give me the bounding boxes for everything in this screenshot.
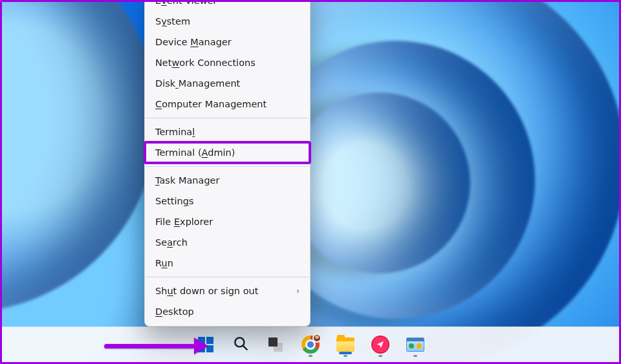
ctx-item-label: Shut down or sign out <box>155 286 258 296</box>
ctx-item-label: Device Manager <box>155 37 232 47</box>
file-explorer-button[interactable] <box>332 331 359 358</box>
ctx-item-terminal[interactable]: Terminal <box>145 122 310 142</box>
ctx-item-label: Network Connections <box>155 58 256 68</box>
menu-separator <box>146 118 309 118</box>
taskbar <box>2 327 619 362</box>
search-icon <box>232 335 249 354</box>
ctx-item-shut-down-or-sign-out[interactable]: Shut down or sign out› <box>145 281 310 301</box>
active-indicator <box>378 355 382 357</box>
control-panel-icon <box>406 337 424 352</box>
ctx-item-label: File Explorer <box>155 217 213 227</box>
menu-separator <box>146 277 309 277</box>
search-button[interactable] <box>227 331 254 358</box>
menu-separator <box>146 166 309 167</box>
ctx-item-file-explorer[interactable]: File Explorer <box>145 211 310 232</box>
ctx-item-device-manager[interactable]: Device Manager <box>145 32 310 52</box>
ctx-item-label: Desktop <box>155 306 194 317</box>
chevron-right-icon: › <box>296 286 300 295</box>
ctx-item-label: Task Manager <box>155 175 219 186</box>
control-panel-button[interactable] <box>402 331 429 358</box>
ctx-item-label: Search <box>155 237 188 248</box>
google-chrome-button[interactable] <box>297 331 324 358</box>
chrome-profile-icon <box>301 336 320 354</box>
ctx-item-event-viewer[interactable]: Event Viewer <box>145 0 310 11</box>
ctx-item-label: Run <box>155 258 173 268</box>
task-view-button[interactable] <box>262 331 289 358</box>
ctx-item-search[interactable]: Search <box>145 232 310 253</box>
ctx-item-computer-management[interactable]: Computer Management <box>145 94 310 114</box>
ctx-item-terminal-admin[interactable]: Terminal (Admin) <box>145 142 310 163</box>
folder-icon <box>336 337 354 352</box>
ctx-item-label: Event Viewer <box>155 0 217 6</box>
desktop-wallpaper <box>2 2 619 362</box>
red-circle-app-button[interactable] <box>367 331 394 358</box>
ctx-item-disk-management[interactable]: Disk Management <box>145 73 310 94</box>
ctx-item-network-connections[interactable]: Network Connections <box>145 52 310 73</box>
active-indicator <box>343 355 347 357</box>
annotation-arrow <box>104 337 208 354</box>
ctx-item-settings[interactable]: Settings <box>145 191 310 211</box>
ctx-item-label: Computer Management <box>155 99 267 109</box>
ctx-item-label: Settings <box>155 196 194 206</box>
ctx-item-task-manager[interactable]: Task Manager <box>145 170 310 191</box>
svg-line-1 <box>243 346 247 350</box>
ctx-item-system[interactable]: System <box>145 11 310 32</box>
ctx-item-desktop[interactable]: Desktop <box>145 301 310 322</box>
ctx-item-run[interactable]: Run <box>145 253 310 273</box>
ctx-item-label: System <box>155 16 190 27</box>
winx-context-menu[interactable]: Event ViewerSystemDevice ManagerNetwork … <box>144 0 310 327</box>
active-indicator <box>413 355 417 357</box>
active-indicator <box>309 355 312 357</box>
ctx-item-label: Disk Management <box>155 78 240 89</box>
ctx-item-label: Terminal (Admin) <box>155 147 235 158</box>
paper-plane-icon <box>371 336 389 354</box>
ctx-item-label: Terminal <box>155 127 195 137</box>
task-view-icon <box>268 337 283 352</box>
